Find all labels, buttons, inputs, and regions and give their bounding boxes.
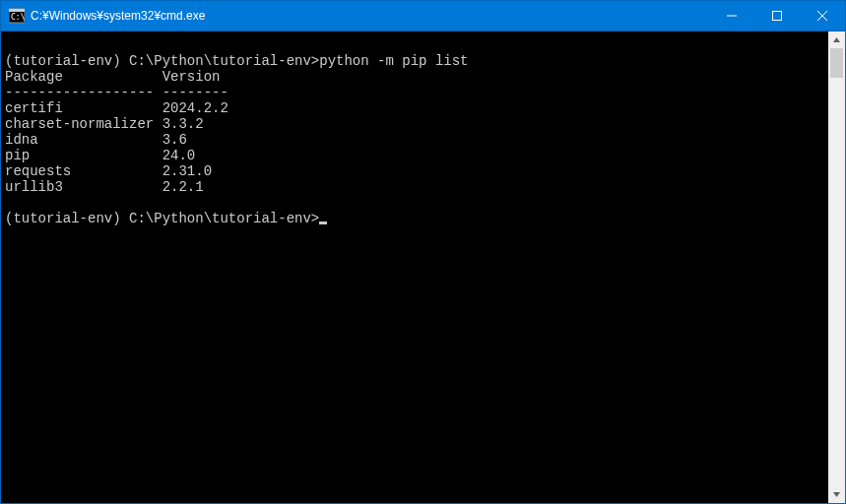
terminal-output[interactable]: (tutorial-env) C:\Python\tutorial-env>py… — [1, 32, 828, 503]
package-version: 24.0 — [163, 148, 196, 163]
divider-version: -------- — [163, 85, 228, 100]
package-name: idna — [5, 132, 163, 148]
scroll-up-button[interactable] — [828, 32, 845, 48]
prompt-path: C:\Python\tutorial-env> — [129, 53, 319, 69]
titlebar[interactable]: C:\ C:¥Windows¥system32¥cmd.exe — [1, 1, 845, 31]
cmd-window: C:\ C:¥Windows¥system32¥cmd.exe (tutoria… — [0, 0, 846, 504]
package-name: requests — [5, 163, 163, 179]
scroll-down-button[interactable] — [828, 486, 845, 503]
text-cursor — [319, 221, 327, 224]
close-button[interactable] — [800, 1, 845, 31]
package-name: urllib3 — [5, 179, 163, 195]
pip-list-header: PackageVersion — [5, 69, 824, 85]
window-title: C:¥Windows¥system32¥cmd.exe — [31, 9, 205, 23]
cmd-icon: C:\ — [9, 8, 25, 24]
blank-line — [5, 37, 13, 53]
package-name: charset-normalizer — [5, 116, 163, 132]
package-name: pip — [5, 148, 163, 163]
package-row: requests2.31.0 — [5, 163, 824, 179]
entered-command: python -m pip list — [319, 53, 468, 69]
package-version: 2.2.1 — [163, 179, 204, 195]
package-version: 2024.2.2 — [163, 100, 228, 116]
divider-package: ------------------ — [5, 85, 163, 100]
svg-marker-8 — [833, 492, 840, 497]
package-row: urllib32.2.1 — [5, 179, 824, 195]
maximize-button[interactable] — [754, 1, 800, 31]
prompt-path: C:\Python\tutorial-env> — [129, 211, 319, 226]
client-area: (tutorial-env) C:\Python\tutorial-env>py… — [1, 31, 845, 503]
vertical-scrollbar[interactable] — [828, 32, 845, 503]
prompt-line-1: (tutorial-env) C:\Python\tutorial-env>py… — [5, 53, 469, 69]
package-row: idna3.6 — [5, 132, 824, 148]
svg-text:C:\: C:\ — [11, 13, 25, 22]
package-row: certifi2024.2.2 — [5, 100, 824, 116]
header-package: Package — [5, 69, 163, 85]
scroll-thumb[interactable] — [830, 48, 843, 78]
prompt-env: (tutorial-env) — [5, 211, 121, 226]
pip-list-divider: -------------------------- — [5, 85, 824, 100]
prompt-env: (tutorial-env) — [5, 53, 121, 69]
package-version: 2.31.0 — [163, 163, 212, 179]
package-name: certifi — [5, 100, 163, 116]
package-row: charset-normalizer3.3.2 — [5, 116, 824, 132]
header-version: Version — [163, 69, 221, 85]
svg-marker-7 — [833, 37, 840, 42]
package-version: 3.3.2 — [163, 116, 204, 132]
package-row: pip24.0 — [5, 148, 824, 163]
minimize-button[interactable] — [709, 1, 754, 31]
package-version: 3.6 — [163, 132, 187, 148]
scroll-track[interactable] — [828, 48, 845, 486]
svg-rect-1 — [9, 9, 25, 12]
svg-rect-4 — [773, 12, 782, 21]
prompt-line-2: (tutorial-env) C:\Python\tutorial-env> — [5, 211, 327, 226]
